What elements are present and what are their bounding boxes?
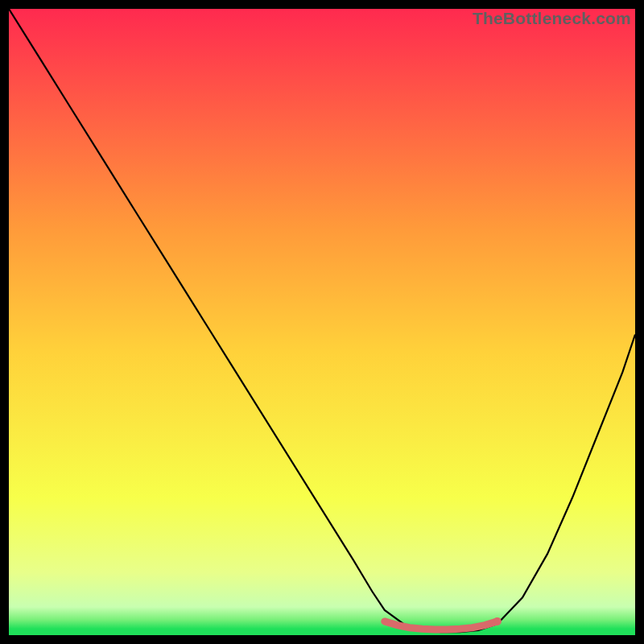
gradient-background <box>9 9 635 635</box>
chart-frame: TheBottleneck.com <box>9 9 635 635</box>
bottleneck-chart <box>9 9 635 635</box>
optimal-range-end-dot <box>493 617 502 625</box>
watermark-label: TheBottleneck.com <box>473 9 631 28</box>
